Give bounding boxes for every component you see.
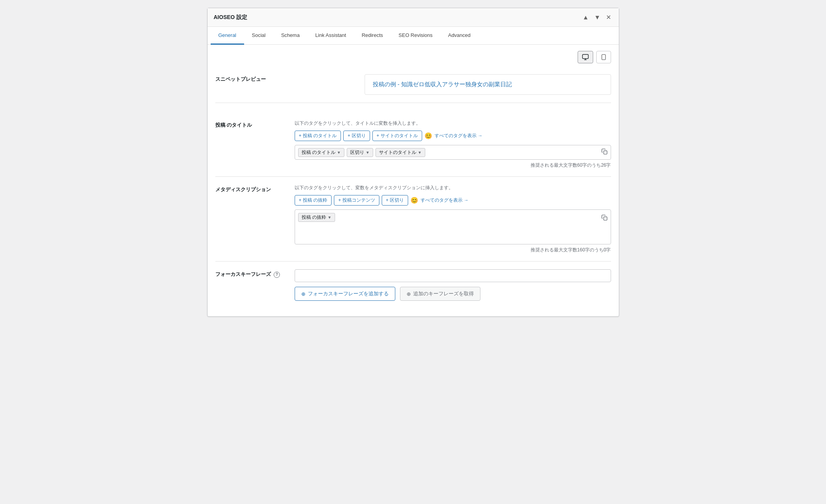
- meta-token-area: 投稿 の抜粋 ▼: [298, 213, 608, 222]
- main-content: スニペットプレビュー 投稿の例 - 知識ゼロ低収入アラサー独身女の副業日記 投稿…: [208, 45, 619, 316]
- token-post-title-chevron: ▼: [337, 150, 341, 155]
- focus-keyphrase-actions: ⊕ フォーカスキーフレーズを追加する ⊕ 追加のキーフレーズを取得: [295, 287, 611, 301]
- tag-btn-post-content[interactable]: + 投稿コンテンツ: [334, 195, 379, 206]
- tab-advanced[interactable]: Advanced: [440, 27, 478, 45]
- snippet-preview-url[interactable]: 投稿の例 - 知識ゼロ低収入アラサー独身女の副業日記: [373, 81, 512, 87]
- meta-description-input[interactable]: 投稿 の抜粋 ▼: [295, 209, 611, 244]
- tag-btn-separator[interactable]: + 区切り: [343, 131, 370, 141]
- show-all-tags-meta-link[interactable]: すべてのタグを表示 →: [421, 197, 468, 204]
- emoji-button-title[interactable]: 😊: [424, 132, 432, 140]
- snippet-preview-box: 投稿の例 - 知識ゼロ低収入アラサー独身女の副業日記: [365, 74, 611, 95]
- header-controls: ▲ ▼ ✕: [581, 13, 613, 22]
- tab-schema[interactable]: Schema: [273, 27, 307, 45]
- desktop-view-button[interactable]: [578, 51, 593, 63]
- focus-keyphrase-field: ⊕ フォーカスキーフレーズを追加する ⊕ 追加のキーフレーズを取得: [295, 269, 611, 301]
- post-title-label: 投稿 のタイトル: [215, 120, 285, 129]
- tag-btn-separator-meta[interactable]: + 区切り: [382, 195, 408, 206]
- snippet-preview-label: スニペットプレビュー: [215, 74, 285, 83]
- tab-redirects[interactable]: Redirects: [354, 27, 391, 45]
- device-toggle: [215, 45, 611, 66]
- post-title-row: 投稿 のタイトル 以下のタグをクリックして、タイトルに変数を挿入します。 + 投…: [215, 112, 611, 177]
- meta-char-count: 推奨される最大文字数160字のうち0字: [295, 247, 611, 253]
- post-title-field: 以下のタグをクリックして、タイトルに変数を挿入します。 + 投稿 のタイトル +…: [295, 120, 611, 169]
- title-token-input[interactable]: 投稿 のタイトル ▼ 区切り ▼ サイトのタイトル ▼: [295, 145, 611, 160]
- tab-bar: General Social Schema Link Assistant Red…: [208, 27, 619, 45]
- meta-description-row: メタディスクリプション 以下のタグをクリックして、変数をメタディスクリプションに…: [215, 177, 611, 262]
- close-button[interactable]: ✕: [604, 13, 613, 22]
- focus-keyphrase-row: フォーカスキーフレーズ ? ⊕ フォーカスキーフレーズを追加する ⊕ 追加のキー…: [215, 262, 611, 309]
- tag-btn-post-excerpt[interactable]: + 投稿 の抜粋: [295, 195, 332, 206]
- token-excerpt-chevron: ▼: [328, 215, 332, 220]
- token-site-title[interactable]: サイトのタイトル ▼: [375, 148, 425, 157]
- focus-keyphrase-input[interactable]: [295, 269, 611, 282]
- svg-rect-5: [604, 151, 607, 154]
- tag-btn-post-title[interactable]: + 投稿 のタイトル: [295, 131, 341, 141]
- show-all-tags-title-link[interactable]: すべてのタグを表示 →: [435, 133, 482, 139]
- add-focus-keyphrase-button[interactable]: ⊕ フォーカスキーフレーズを追加する: [295, 287, 395, 301]
- panel-title: AIOSEO 設定: [214, 14, 247, 21]
- snippet-preview-row: スニペットプレビュー 投稿の例 - 知識ゼロ低収入アラサー独身女の副業日記: [215, 66, 611, 103]
- svg-rect-6: [604, 217, 607, 220]
- svg-rect-3: [602, 54, 605, 59]
- focus-keyphrase-help-icon[interactable]: ?: [274, 272, 280, 278]
- get-circle-icon: ⊕: [407, 291, 411, 297]
- token-separator-chevron: ▼: [366, 150, 370, 155]
- title-copy-button[interactable]: [601, 148, 608, 156]
- tab-link-assistant[interactable]: Link Assistant: [307, 27, 354, 45]
- emoji-button-meta[interactable]: 😊: [410, 197, 418, 204]
- post-title-hint: 以下のタグをクリックして、タイトルに変数を挿入します。: [295, 120, 611, 127]
- token-site-title-chevron: ▼: [418, 150, 422, 155]
- svg-rect-0: [582, 54, 588, 59]
- token-post-title[interactable]: 投稿 のタイトル ▼: [298, 148, 344, 157]
- tab-social[interactable]: Social: [244, 27, 273, 45]
- token-post-excerpt[interactable]: 投稿 の抜粋 ▼: [298, 213, 335, 222]
- meta-copy-button[interactable]: [601, 215, 608, 222]
- meta-description-hint: 以下のタグをクリックして、変数をメタディスクリプションに挿入します。: [295, 185, 611, 191]
- panel-header: AIOSEO 設定 ▲ ▼ ✕: [208, 8, 619, 27]
- mobile-view-button[interactable]: [596, 51, 611, 63]
- tab-general[interactable]: General: [211, 27, 244, 45]
- add-circle-icon: ⊕: [301, 291, 306, 297]
- title-char-count: 推奨される最大文字数60字のうち26字: [295, 162, 611, 169]
- token-separator[interactable]: 区切り ▼: [347, 148, 373, 157]
- tag-btn-site-title[interactable]: + サイトのタイトル: [372, 131, 422, 141]
- meta-tag-buttons: + 投稿 の抜粋 + 投稿コンテンツ + 区切り 😊 すべてのタグを表示 →: [295, 195, 611, 206]
- expand-button[interactable]: ▼: [593, 13, 602, 22]
- meta-description-label: メタディスクリプション: [215, 185, 285, 193]
- tab-seo-revisions[interactable]: SEO Revisions: [391, 27, 440, 45]
- get-keyphrase-button[interactable]: ⊕ 追加のキーフレーズを取得: [400, 287, 480, 301]
- post-title-tag-buttons: + 投稿 のタイトル + 区切り + サイトのタイトル 😊 すべてのタグを表示 …: [295, 131, 611, 141]
- focus-keyphrase-label: フォーカスキーフレーズ ?: [215, 269, 285, 278]
- meta-description-field: 以下のタグをクリックして、変数をメタディスクリプションに挿入します。 + 投稿 …: [295, 185, 611, 253]
- collapse-button[interactable]: ▲: [581, 13, 590, 22]
